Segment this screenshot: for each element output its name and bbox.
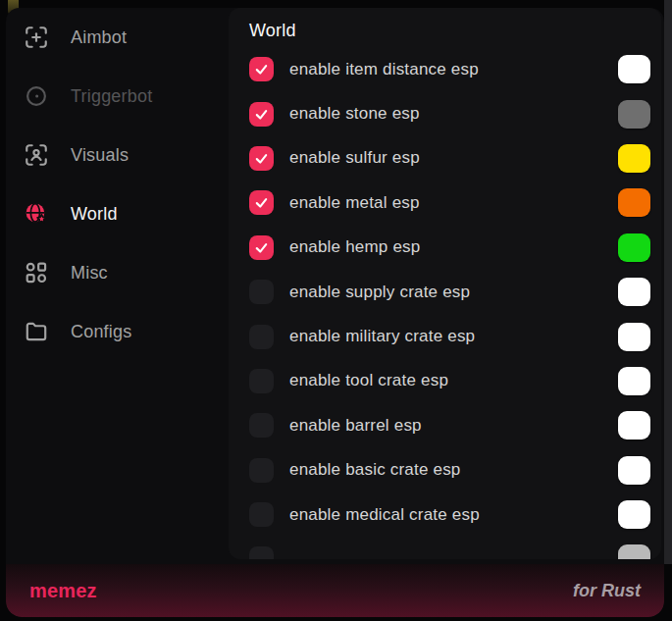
setting-label: enable supply crate esp	[289, 283, 470, 302]
setting-label: enable item distance esp	[289, 60, 479, 79]
sidebar-item-label: World	[71, 204, 118, 225]
visuals-scan-person-icon	[24, 142, 49, 168]
list-row-enable-sulfur-esp: enable sulfur esp	[229, 136, 661, 181]
color-swatch[interactable]	[618, 278, 650, 306]
triggerbot-target-icon	[24, 83, 49, 109]
sidebar-item-label: Visuals	[71, 145, 129, 166]
list-row-enable-hemp-esp: enable hemp esp	[229, 226, 661, 270]
cheat-menu-window: Aimbot Triggerbot Visuals World Misc Con…	[6, 8, 664, 617]
checkbox-unchecked[interactable]	[249, 458, 274, 483]
setting-label: enable basic crate esp	[289, 460, 461, 480]
checkbox-unchecked[interactable]	[249, 546, 274, 559]
sidebar-item-triggerbot[interactable]: Triggerbot	[6, 67, 229, 126]
checkmark-icon	[254, 240, 269, 255]
product-tagline: for Rust	[573, 581, 641, 601]
setting-label: enable barrel esp	[289, 416, 422, 436]
checkbox-checked[interactable]	[249, 102, 274, 127]
list-row-enable-tool-crate-esp: enable tool crate esp	[229, 359, 661, 403]
aimbot-scan-icon	[24, 25, 49, 50]
color-swatch[interactable]	[618, 411, 650, 440]
checkbox-checked[interactable]	[249, 57, 274, 81]
checkmark-icon	[254, 195, 269, 210]
sidebar-item-aimbot[interactable]: Aimbot	[6, 8, 229, 67]
settings-list: enable item distance esp enable stone es…	[229, 47, 661, 559]
sidebar-item-world[interactable]: World	[6, 184, 229, 243]
sidebar: Aimbot Triggerbot Visuals World Misc Con…	[6, 8, 229, 564]
checkbox-checked[interactable]	[249, 146, 274, 171]
list-row-enable-supply-crate-esp: enable supply crate esp	[229, 270, 661, 314]
sidebar-item-visuals[interactable]: Visuals	[6, 126, 229, 184]
color-swatch[interactable]	[618, 233, 650, 262]
list-row-enable-medical-crate-esp: enable medical crate esp	[229, 492, 661, 537]
color-swatch[interactable]	[618, 367, 650, 395]
page-title: World	[229, 8, 661, 41]
list-row-enable-stone-esp: enable stone esp	[229, 91, 661, 135]
color-swatch[interactable]	[618, 100, 650, 129]
color-swatch[interactable]	[618, 500, 650, 529]
list-row-enable-barrel-esp: enable barrel esp	[229, 403, 661, 447]
list-row-enable-military-crate-esp: enable military crate esp	[229, 314, 661, 358]
sidebar-item-configs[interactable]: Configs	[6, 302, 229, 361]
sidebar-item-label: Configs	[71, 322, 131, 342]
color-swatch[interactable]	[618, 544, 650, 559]
color-swatch[interactable]	[618, 323, 650, 351]
checkbox-unchecked[interactable]	[249, 413, 274, 438]
checkbox-unchecked[interactable]	[249, 325, 274, 349]
world-globe-star-icon	[24, 201, 49, 227]
misc-grid-icon	[24, 260, 49, 285]
setting-label: enable medical crate esp	[289, 505, 480, 525]
list-row-enable-basic-crate-esp: enable basic crate esp	[229, 448, 661, 492]
checkbox-unchecked[interactable]	[249, 369, 274, 393]
list-row-enable-metal-esp: enable metal esp	[229, 181, 661, 225]
world-settings-panel: World enable item distance esp enable st…	[229, 8, 661, 559]
footer-bar: memez for Rust	[6, 564, 664, 617]
right-edge-strip	[664, 0, 672, 564]
color-swatch[interactable]	[618, 188, 650, 217]
setting-label: enable sulfur esp	[289, 148, 420, 168]
checkbox-checked[interactable]	[249, 190, 274, 215]
configs-folder-icon	[24, 319, 49, 344]
checkmark-icon	[254, 151, 269, 166]
sidebar-item-misc[interactable]: Misc	[6, 243, 229, 302]
setting-label: enable hemp esp	[289, 237, 420, 257]
sidebar-item-label: Misc	[71, 263, 108, 284]
setting-label: enable tool crate esp	[289, 371, 448, 390]
checkmark-icon	[254, 62, 269, 77]
setting-label: enable metal esp	[289, 193, 420, 213]
checkmark-icon	[254, 107, 269, 122]
color-swatch[interactable]	[618, 144, 650, 173]
sidebar-item-label: Aimbot	[71, 27, 127, 48]
sidebar-item-label: Triggerbot	[71, 86, 152, 107]
color-swatch[interactable]	[618, 55, 650, 83]
list-row-partial	[229, 537, 661, 559]
color-swatch[interactable]	[618, 456, 650, 485]
checkbox-unchecked[interactable]	[249, 502, 274, 527]
setting-label: enable military crate esp	[289, 327, 475, 346]
brand-label: memez	[29, 580, 97, 602]
checkbox-unchecked[interactable]	[249, 280, 274, 304]
checkbox-checked[interactable]	[249, 235, 274, 260]
list-row-enable-item-distance-esp: enable item distance esp	[229, 47, 661, 91]
setting-label: enable stone esp	[289, 104, 420, 124]
